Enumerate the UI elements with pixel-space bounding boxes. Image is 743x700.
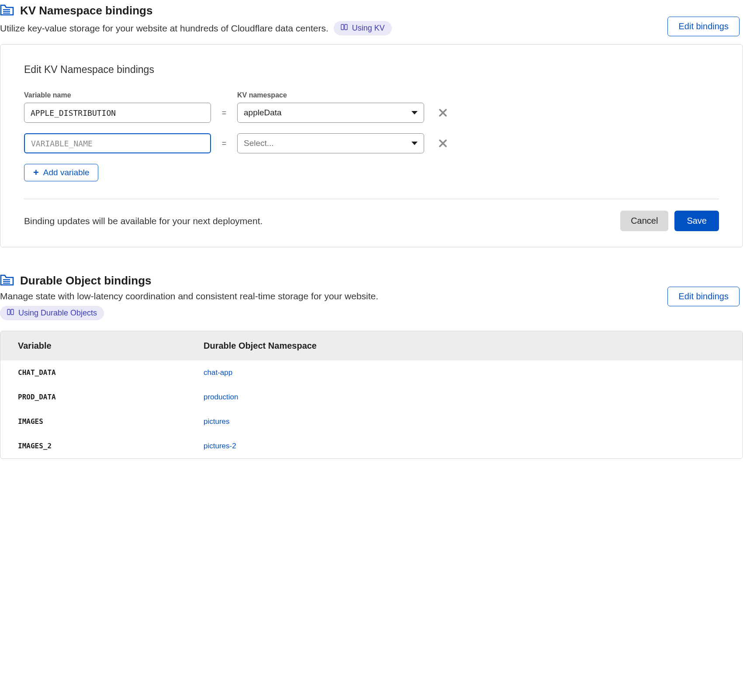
do-description: Manage state with low-latency coordinati… [0,291,378,301]
remove-binding-button[interactable] [437,107,449,118]
do-col-variable: Variable [18,341,204,351]
svg-rect-8 [7,309,10,315]
table-row: IMAGES pictures [0,409,743,434]
kv-doc-link-label: Using KV [352,24,385,33]
do-variable-cell: CHAT_DATA [18,368,204,377]
do-namespace-link[interactable]: chat-app [204,368,232,377]
do-namespace-link[interactable]: pictures-2 [204,442,236,450]
kv-edit-bindings-button[interactable]: Edit bindings [667,17,740,36]
do-table-header: Variable Durable Object Namespace [0,331,743,360]
kv-namespace-select[interactable]: Select... [237,133,424,153]
do-section: Durable Object bindings Manage state wit… [0,274,743,459]
chevron-down-icon [411,111,418,114]
kv-subheader: Utilize key-value storage for your websi… [0,21,743,35]
table-row: PROD_DATA production [0,385,743,409]
kv-section-header: KV Namespace bindings [0,3,743,17]
do-col-namespace: Durable Object Namespace [204,341,317,351]
book-icon [341,24,348,33]
cancel-button[interactable]: Cancel [620,211,668,231]
add-variable-button[interactable]: + Add variable [24,164,98,181]
do-variable-cell: IMAGES_2 [18,442,204,450]
do-edit-bindings-button[interactable]: Edit bindings [667,287,740,306]
do-subheader: Manage state with low-latency coordinati… [0,291,743,301]
chevron-down-icon [411,142,418,145]
table-row: IMAGES_2 pictures-2 [0,434,743,458]
kv-col-variable-label: Variable name [24,91,211,99]
plus-icon: + [33,168,39,177]
kv-namespace-selected: appleData [244,108,282,118]
remove-binding-button[interactable] [437,138,449,149]
folder-icon [0,274,14,288]
do-doc-link[interactable]: Using Durable Objects [0,306,104,320]
svg-rect-3 [341,24,344,30]
do-header-wrap: Durable Object bindings Manage state wit… [0,274,743,320]
do-namespace-link[interactable]: production [204,393,238,402]
do-namespace-link[interactable]: pictures [204,417,230,426]
kv-namespace-select[interactable]: appleData [237,103,424,123]
do-section-header: Durable Object bindings [0,274,743,288]
equals-sign: = [211,108,237,118]
kv-footer-actions: Cancel Save [620,211,719,231]
kv-namespace-placeholder: Select... [244,139,274,148]
kv-edit-panel: Edit KV Namespace bindings Variable name… [0,44,743,247]
kv-description: Utilize key-value storage for your websi… [0,23,328,34]
folder-icon [0,3,14,17]
do-variable-cell: PROD_DATA [18,393,204,402]
svg-rect-9 [11,309,14,315]
book-icon [7,308,14,318]
kv-binding-row: = Select... [24,133,719,153]
kv-column-labels: Variable name KV namespace [24,91,719,99]
kv-panel-footer: Binding updates will be available for yo… [24,211,719,231]
variable-name-input[interactable] [24,103,211,123]
kv-footer-note: Binding updates will be available for yo… [24,216,263,226]
kv-title: KV Namespace bindings [20,4,152,17]
kv-binding-row: = appleData [24,103,719,123]
do-title: Durable Object bindings [20,274,151,288]
do-variable-cell: IMAGES [18,417,204,426]
kv-panel-title: Edit KV Namespace bindings [24,64,719,76]
panel-divider [24,199,719,199]
add-variable-label: Add variable [43,168,90,177]
kv-col-namespace-label: KV namespace [237,91,287,99]
do-doc-row: Using Durable Objects [0,306,743,320]
kv-section: KV Namespace bindings Utilize key-value … [0,3,743,247]
kv-doc-link[interactable]: Using KV [334,21,392,35]
variable-name-input[interactable] [24,133,211,153]
svg-rect-4 [345,24,347,30]
do-table: Variable Durable Object Namespace CHAT_D… [0,331,743,459]
table-row: CHAT_DATA chat-app [0,360,743,385]
kv-header-wrap: KV Namespace bindings Utilize key-value … [0,3,743,35]
equals-sign: = [211,139,237,148]
save-button[interactable]: Save [674,211,719,231]
do-doc-link-label: Using Durable Objects [18,308,97,318]
